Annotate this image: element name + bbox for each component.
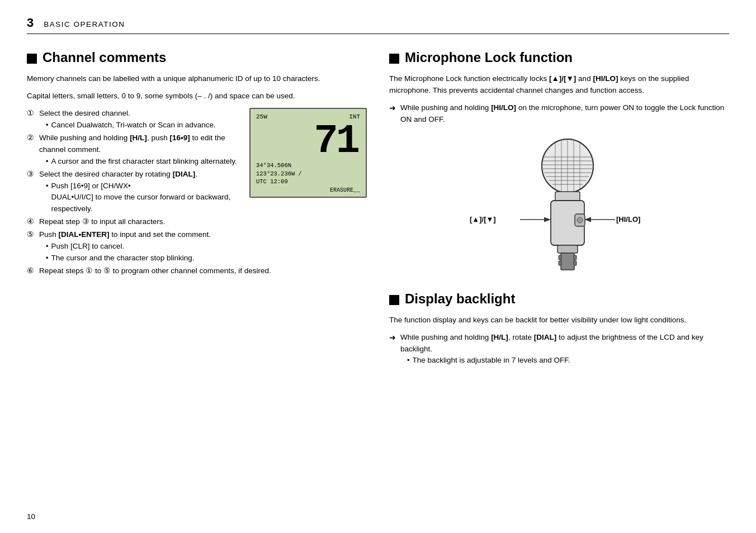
arrow-icon: ➜ [389, 102, 396, 115]
chapter-title: BASIC OPERATION [44, 20, 125, 28]
step-1-text: Select the desired channel. [39, 109, 130, 117]
step-2-content: While pushing and holding [H/L], push [1… [39, 132, 243, 168]
step-2-sub: • A cursor and the first character start… [39, 156, 243, 167]
display-backlight-title: Display backlight [389, 291, 729, 307]
step-5-content: Push [DIAL•ENTER] to input and set the c… [39, 229, 367, 264]
backlight-arrow-icon: ➜ [389, 332, 396, 344]
mic-lock-arrow: ➜ While pushing and holding [HI/LO] on t… [389, 102, 729, 126]
step-1-num: ① [27, 108, 39, 120]
channel-comments-para2: Capital letters, small letters, 0 to 9, … [27, 91, 367, 102]
svg-rect-24 [574, 261, 577, 265]
lcd-display-area: 25W INT 71 34°34.506N 123°23.236W / UTC … [249, 108, 367, 198]
channel-comments-title: Channel comments [27, 50, 367, 65]
step-3-content: Select the desired character by rotating… [39, 169, 243, 215]
mic-lock-title: Microphone Lock function [389, 50, 729, 65]
step-4-num: ④ [27, 216, 39, 228]
page-header: 3 BASIC OPERATION [27, 16, 729, 34]
step-1: ① Select the desired channel. • Cancel D… [27, 108, 243, 131]
lcd-channel: 71 [256, 121, 360, 161]
step-3-num: ③ [27, 169, 39, 180]
backlight-sub: • The backlight is adjustable in 7 level… [400, 355, 729, 366]
svg-rect-19 [557, 245, 578, 253]
lcd-bottom: ERASURE__ [256, 187, 360, 193]
step-3-sub: • Push [16•9] or [CH/WX•DUAL•U/I/C] to m… [39, 180, 243, 215]
lcd-watts: 25W [256, 113, 267, 120]
step-2: ② While pushing and holding [H/L], push … [27, 132, 243, 168]
section-square-icon [27, 54, 37, 64]
step-1-sub: • Cancel Dualwatch, Tri-watch or Scan in… [39, 120, 243, 131]
microphone-svg: [▲]/[▼] [HI/LO] [464, 131, 654, 282]
page: 3 BASIC OPERATION Channel comments Memor… [0, 0, 756, 533]
backlight-arrow: ➜ While pushing and holding [H/L], rotat… [389, 332, 729, 367]
lcd-coords: 34°34.506N 123°23.236W / UTC 12:09 [256, 161, 360, 186]
svg-rect-21 [559, 255, 561, 260]
svg-rect-20 [561, 253, 574, 270]
step-5-num: ⑤ [27, 229, 39, 241]
step-5-sub-2: • The cursor and the character stop blin… [39, 253, 367, 264]
steps-area: 25W INT 71 34°34.506N 123°23.236W / UTC … [27, 108, 367, 280]
svg-rect-22 [574, 255, 577, 260]
svg-text:[HI/LO]: [HI/LO] [616, 215, 640, 223]
backlight-arrow-content: While pushing and holding [H/L], rotate … [400, 332, 729, 367]
backlight-square-icon [389, 295, 399, 305]
svg-point-18 [577, 217, 583, 223]
chapter-number: 3 [27, 16, 34, 30]
step-3: ③ Select the desired character by rotati… [27, 169, 243, 215]
page-number: 10 [27, 512, 35, 521]
channel-comments-para1: Memory channels can be labelled with a u… [27, 73, 367, 85]
lcd-display: 25W INT 71 34°34.506N 123°23.236W / UTC … [249, 108, 367, 198]
step-1-content: Select the desired channel. • Cancel Dua… [39, 108, 243, 131]
step-5: ⑤ Push [DIAL•ENTER] to input and set the… [27, 229, 367, 264]
step-6-content: Repeat steps ① to ⑤ to program other cha… [39, 265, 367, 277]
mic-diagram: [▲]/[▼] [HI/LO] [389, 131, 729, 282]
content-columns: Channel comments Memory channels can be … [27, 50, 729, 372]
step-5-sub-1: • Push [CLR] to cancel. [39, 241, 367, 252]
step-4-content: Repeat step ③ to input all characters. [39, 216, 367, 228]
step-6: ⑥ Repeat steps ① to ⑤ to program other c… [27, 265, 367, 277]
left-column: Channel comments Memory channels can be … [27, 50, 367, 372]
step-6-num: ⑥ [27, 265, 39, 277]
right-column: Microphone Lock function The Microphone … [389, 50, 729, 372]
step-2-num: ② [27, 132, 39, 144]
display-backlight-para: The function display and keys can be bac… [389, 315, 729, 326]
mic-lock-arrow-text: While pushing and holding [HI/LO] on the… [400, 102, 729, 126]
mic-lock-square-icon [389, 54, 399, 64]
svg-rect-23 [559, 261, 561, 265]
svg-text:[▲]/[▼]: [▲]/[▼] [470, 215, 496, 223]
mic-lock-para: The Microphone Lock function electricall… [389, 73, 729, 97]
step-4: ④ Repeat step ③ to input all characters. [27, 216, 367, 228]
